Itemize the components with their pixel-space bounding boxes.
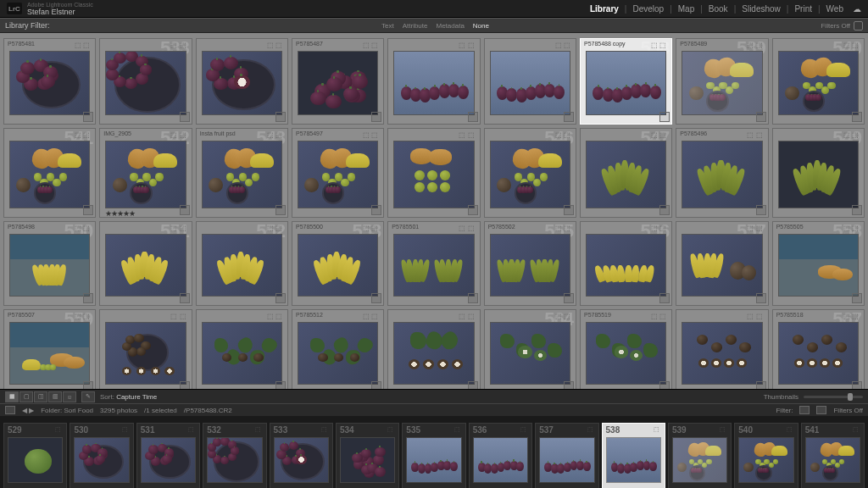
grid-cell[interactable]: 543Insta fruit psd⬚ ⬚ [196, 128, 288, 218]
grid-cell[interactable]: P5785497⬚ ⬚ [292, 128, 384, 218]
module-map[interactable]: Map [674, 3, 698, 15]
grid-cell[interactable]: 533⬚ ⬚ [99, 38, 192, 125]
grid-cell[interactable]: 564⬚ ⬚ [484, 309, 576, 389]
thumbnail[interactable] [586, 141, 666, 208]
filmstrip-thumbnail[interactable] [473, 437, 528, 483]
thumbnail[interactable] [682, 141, 762, 208]
grid-cell[interactable]: ⬚ ⬚ [387, 38, 480, 125]
filmstrip-thumbnail[interactable] [606, 437, 661, 483]
thumbnail[interactable] [298, 234, 378, 297]
filmstrip-cell[interactable]: 532⬚ [203, 423, 266, 488]
filter-preset[interactable]: Filters Off [821, 21, 863, 30]
thumbnail[interactable] [778, 141, 859, 208]
grid-cell[interactable]: ⬚ ⬚ [387, 128, 480, 218]
grid-cell[interactable]: ⬚ ⬚ [484, 38, 576, 125]
filmstrip-cell[interactable]: 534⬚ [336, 423, 399, 488]
thumbnail[interactable] [298, 141, 378, 208]
rating-stars[interactable]: ★★★★★ [105, 209, 135, 218]
cloud-sync-icon[interactable]: ☁ [853, 4, 861, 14]
nav-arrows[interactable]: ◀ ▶ [22, 407, 34, 414]
thumbnail[interactable] [393, 322, 474, 385]
sort-value[interactable]: Capture Time [116, 393, 157, 401]
grid-cell[interactable]: P5785519⬚ ⬚ [580, 309, 672, 389]
grid-cell[interactable]: 538P5785488 copy⬚ ⬚ [580, 38, 672, 125]
flag-reject-filter[interactable] [816, 406, 826, 414]
grid-cell[interactable]: 550P5785498⬚ ⬚ [3, 221, 96, 306]
module-book[interactable]: Book [704, 3, 732, 15]
filmstrip-cell[interactable]: 530⬚ [70, 423, 133, 488]
module-print[interactable]: Print [790, 3, 816, 15]
compare-view-button[interactable]: ◫ [34, 391, 47, 402]
module-web[interactable]: Web [822, 3, 848, 15]
grid-cell[interactable]: 557⬚ ⬚ [676, 221, 768, 306]
filmstrip-cell[interactable]: 531⬚ [136, 423, 200, 488]
thumbnail[interactable] [586, 322, 666, 385]
thumbnail[interactable] [105, 322, 186, 385]
grid-cell[interactable]: 539P5785489⬚ ⬚ [676, 38, 768, 125]
filmstrip-thumbnail[interactable] [738, 437, 793, 483]
grid-cell[interactable]: 540⬚ ⬚ [772, 38, 865, 125]
filter-preset-2[interactable]: Filters Off [833, 407, 863, 414]
thumbnail[interactable] [490, 234, 570, 297]
thumbnail[interactable] [490, 322, 570, 385]
lock-icon[interactable] [854, 21, 863, 30]
thumbnail[interactable] [298, 322, 378, 385]
filter-tab-text[interactable]: Text [381, 22, 394, 30]
thumbnail[interactable] [202, 322, 282, 385]
grid-cell[interactable]: 553P5785500⬚ ⬚ [292, 221, 384, 306]
grid-cell[interactable]: P5785512⬚ ⬚ [292, 309, 384, 389]
filmstrip-cell[interactable]: 539⬚ [668, 423, 732, 488]
thumbnail[interactable] [490, 141, 570, 208]
grid-cell[interactable]: P5785501⬚ ⬚ [387, 221, 480, 306]
thumbnail[interactable] [393, 234, 474, 297]
thumbnail[interactable] [490, 51, 570, 115]
thumbnail[interactable] [202, 141, 282, 208]
thumbnail[interactable] [9, 322, 90, 385]
grid-cell[interactable]: 546⬚ ⬚ [484, 128, 576, 218]
grid-cell[interactable]: 555P5785502⬚ ⬚ [484, 221, 576, 306]
grid-cell[interactable]: ⬚ ⬚ [196, 309, 288, 389]
second-window-button[interactable] [5, 406, 15, 414]
thumbnail[interactable] [778, 51, 859, 115]
thumbnail[interactable] [202, 51, 282, 115]
filmstrip-thumbnail[interactable] [141, 437, 196, 483]
grid-cell[interactable]: 542IMG_2905⬚ ⬚★★★★★ [99, 128, 192, 218]
filmstrip-cell[interactable]: 541⬚ [801, 423, 865, 488]
grid-cell[interactable]: 552⬚ ⬚ [196, 221, 288, 306]
thumbnail-grid[interactable]: P5785481⬚ ⬚533⬚ ⬚⬚ ⬚P5785487⬚ ⬚⬚ ⬚⬚ ⬚538… [0, 33, 868, 389]
filmstrip-thumbnail[interactable] [274, 437, 329, 483]
thumbnail[interactable] [393, 51, 474, 115]
grid-cell[interactable]: ⬚ ⬚ [387, 309, 480, 389]
thumbnail[interactable] [298, 51, 378, 115]
filmstrip-thumbnail[interactable] [74, 437, 129, 483]
filmstrip-cell[interactable]: 536⬚ [469, 423, 532, 488]
filmstrip-thumbnail[interactable] [539, 437, 594, 483]
grid-cell[interactable]: 558P5785505⬚ ⬚ [772, 221, 865, 306]
thumbnail[interactable] [9, 234, 90, 297]
thumbnail[interactable] [105, 141, 186, 208]
thumbnail[interactable] [682, 322, 762, 385]
grid-cell[interactable]: 549⬚ ⬚ [772, 128, 865, 218]
module-library[interactable]: Library [586, 3, 623, 15]
thumbnail[interactable] [105, 51, 186, 115]
thumbnail[interactable] [9, 51, 90, 115]
thumbnail[interactable] [9, 141, 90, 208]
thumbnail-size-slider[interactable] [804, 396, 863, 398]
thumbnail[interactable] [105, 234, 186, 297]
thumbnail[interactable] [778, 322, 859, 385]
grid-cell[interactable]: 551⬚ ⬚ [99, 221, 192, 306]
module-slideshow[interactable]: Slideshow [737, 3, 785, 15]
thumbnail[interactable] [682, 234, 762, 297]
filmstrip-thumbnail[interactable] [207, 437, 262, 483]
grid-cell[interactable]: 556⬚ ⬚ [580, 221, 672, 306]
thumbnail[interactable] [202, 234, 282, 297]
grid-cell[interactable]: ⬚ ⬚ [99, 309, 192, 389]
filter-tab-none[interactable]: None [473, 22, 489, 30]
filmstrip-thumbnail[interactable] [805, 437, 860, 483]
filmstrip-cell[interactable]: 540⬚ [734, 423, 798, 488]
thumbnail[interactable] [682, 51, 762, 115]
grid-cell[interactable]: P5785496⬚ ⬚ [676, 128, 768, 218]
grid-cell[interactable]: 559P5785507⬚ ⬚ [3, 309, 96, 389]
thumbnail[interactable] [778, 234, 859, 297]
loupe-view-button[interactable]: ▢ [19, 391, 33, 402]
